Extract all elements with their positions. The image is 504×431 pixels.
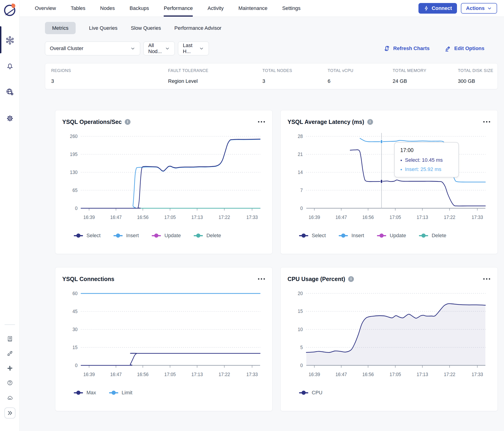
svg-text:260: 260 [70,133,77,139]
expand-sidebar-button[interactable] [4,407,16,419]
sidebar-item-network[interactable] [5,87,15,97]
legend-label: Update [164,233,181,238]
sidebar-item-settings[interactable] [5,113,15,123]
legend-label: Max [86,390,96,396]
svg-text:17:22: 17:22 [444,215,455,220]
svg-text:130: 130 [70,169,77,175]
tab-tables[interactable]: Tables [71,0,86,17]
chart-legend: SelectInsertUpdateDelete [74,233,265,238]
legend-item-insert[interactable]: Insert [339,233,364,238]
sidebar-item-clusters[interactable] [5,35,15,46]
tab-nodes[interactable]: Nodes [100,0,115,17]
svg-text:16:39: 16:39 [309,215,320,220]
legend-item-max[interactable]: Max [74,390,96,396]
legend-item-limit[interactable]: Limit [109,390,132,396]
pencil-icon [444,45,451,52]
globe-gear-icon [5,87,15,96]
refresh-charts-button[interactable]: Refresh Charts [383,45,430,52]
legend-item-select[interactable]: Select [74,233,100,238]
info-icon[interactable] [125,119,130,125]
chart-menu-button[interactable] [258,276,265,282]
subtab-performance-advisor[interactable]: Performance Advisor [174,25,221,31]
legend-item-insert[interactable]: Insert [113,233,139,238]
stat-label: TOTAL DISK SIZE [458,68,493,73]
svg-text:16:47: 16:47 [335,215,347,220]
stat-total-memory: TOTAL MEMORY 24 GB [393,68,458,84]
refresh-charts-label: Refresh Charts [393,46,430,51]
svg-text:7: 7 [300,187,303,193]
stat-total-nodes: TOTAL NODES 3 [262,68,328,84]
chevron-down-icon [487,6,492,11]
legend-marker-icon [74,391,83,395]
info-icon[interactable] [348,276,354,282]
chart-menu-button[interactable] [483,276,491,282]
svg-text:30: 30 [72,327,77,332]
stat-label: TOTAL MEMORY [393,68,458,73]
legend-item-update[interactable]: Update [377,233,406,238]
svg-text:0: 0 [300,205,303,211]
chart-menu-button[interactable] [258,119,265,124]
edit-options-button[interactable]: Edit Options [444,45,484,52]
actions-button[interactable]: Actions [461,3,497,14]
stat-fault-tolerance: FAULT TOLERANCE Region Level [168,68,262,84]
app-logo-icon[interactable] [3,3,17,17]
legend-item-update[interactable]: Update [152,233,181,238]
sidebar-item-docs[interactable] [6,334,14,343]
bell-icon [5,61,15,70]
stat-regions: REGIONS 3 [51,68,168,84]
legend-marker-icon [74,233,83,238]
sidebar-item-cloud-status[interactable] [6,393,14,402]
legend-label: Select [312,233,326,238]
tab-backups[interactable]: Backups [130,0,149,17]
chart-tooltip: 17:00 Select: 10.45 ms Insert: 25.92 ms [394,142,459,177]
chart-title: YSQL Average Latency (ms) [288,119,364,125]
svg-text:15: 15 [298,309,303,314]
cpu-usage-chart[interactable]: 0510152016:3916:4716:5617:0517:1317:2217… [288,286,491,383]
svg-text:17:05: 17:05 [390,215,401,220]
svg-text:10: 10 [298,327,303,332]
chart-menu-button[interactable] [483,119,491,124]
tooltip-insert-row: Insert: 25.92 ms [400,166,453,172]
tab-settings[interactable]: Settings [282,0,301,17]
info-icon[interactable] [367,119,373,125]
nodes-selector[interactable]: All Nod... [144,42,175,55]
svg-text:17:05: 17:05 [164,372,176,377]
ysql-latency-chart[interactable]: 0714212816:3916:4716:5617:0517:1317:2217… [288,129,491,226]
subtab-live-queries[interactable]: Live Queries [89,25,117,31]
legend-item-cpu[interactable]: CPU [299,390,322,396]
legend-marker-icon [109,391,118,395]
legend-label: Delete [206,233,221,238]
cluster-selector[interactable]: Overall Cluster [45,42,140,55]
time-range-selector[interactable]: Last H... [178,42,209,55]
legend-marker-icon [194,233,203,238]
subtab-metrics[interactable]: Metrics [45,22,76,34]
stat-total-vcpu: TOTAL vCPU 6 [328,68,393,84]
tab-performance[interactable]: Performance [164,0,193,17]
sidebar-item-slack[interactable] [6,364,14,373]
legend-item-select[interactable]: Select [299,233,326,238]
svg-text:0: 0 [300,362,303,368]
slack-icon [6,364,14,372]
legend-item-delete[interactable]: Delete [419,233,446,238]
chart-title: YSQL Connections [62,276,114,282]
tab-overview[interactable]: Overview [35,0,56,17]
sidebar-item-help[interactable] [6,378,14,387]
subtab-slow-queries[interactable]: Slow Queries [131,25,161,31]
svg-text:14: 14 [298,169,303,175]
svg-text:16:39: 16:39 [309,372,320,377]
cloud-icon [6,394,14,402]
svg-text:17:33: 17:33 [246,372,258,377]
legend-marker-icon [299,233,308,238]
svg-text:195: 195 [70,151,77,157]
connect-button[interactable]: Connect [418,3,457,14]
sidebar-item-integrations[interactable] [6,349,14,358]
ysql-connections-chart[interactable]: 01530456016:3916:4716:5617:0517:1317:221… [62,286,265,383]
chevron-down-icon [199,46,204,51]
sidebar-item-alerts[interactable] [5,60,15,70]
tab-maintenance[interactable]: Maintenance [238,0,268,17]
legend-label: Select [86,233,100,238]
ysql-operations-chart[interactable]: 06513019526016:3916:4716:5617:0517:1317:… [62,129,265,226]
chart-title: CPU Usage (Percent) [288,276,345,282]
tab-activity[interactable]: Activity [207,0,224,17]
legend-item-delete[interactable]: Delete [194,233,221,238]
